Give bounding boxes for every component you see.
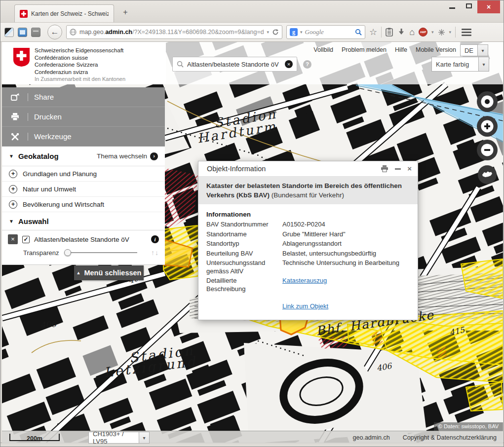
info-value: Belastet, untersuchungsbedürftig — [282, 250, 410, 258]
popup-header[interactable]: Objekt-Information × — [198, 161, 418, 177]
title-bar: Karten der Schweiz - Schweize... + × — [0, 0, 504, 22]
link-mobile-version[interactable]: Mobile Version — [416, 46, 456, 53]
tab-title: Karten der Schweiz - Schweize... — [31, 10, 109, 17]
info-value: Technische Untersuchung in Bearbeitung — [282, 259, 410, 275]
footer-bar: 200m CH1903+ / LV95 ▾ geo.admin.ch Copyr… — [2, 431, 503, 444]
addon-dropdown-icon[interactable]: ▾ — [449, 30, 452, 35]
adblock-dropdown-icon[interactable]: ▾ — [431, 30, 434, 35]
chevron-down-icon: ▾ — [478, 44, 488, 56]
extension-icon-1[interactable] — [4, 28, 14, 37]
printer-icon — [2, 113, 28, 120]
reload-icon[interactable] — [272, 29, 279, 36]
share-icon — [2, 93, 28, 101]
browser-tab[interactable]: Karten der Schweiz - Schweize... — [14, 4, 114, 22]
scale-bar: 200m — [9, 434, 60, 441]
geolocate-button[interactable] — [476, 91, 498, 112]
auswahl-section-header[interactable]: ▼ Auswahl — [2, 212, 165, 230]
window-maximize-button[interactable] — [461, 0, 477, 11]
transparency-label: Transparenz — [23, 249, 59, 257]
bookmark-star-icon[interactable]: ☆ — [369, 28, 377, 37]
remove-layer-button[interactable]: × — [8, 234, 18, 244]
sidebar-item-werkzeuge[interactable]: Werkzeuge — [2, 127, 165, 147]
category-grundlagen-und-planung[interactable]: + Grundlagen und Planung — [2, 166, 165, 182]
search-input[interactable] — [187, 61, 281, 68]
downloads-icon[interactable] — [397, 28, 405, 36]
copyright-link[interactable]: Copyright & Datenschutzerklärung — [403, 434, 497, 441]
slider-knob[interactable] — [64, 249, 71, 256]
extension-icon-3[interactable] — [31, 28, 40, 37]
map-style-select[interactable]: Karte farbig ▾ — [431, 57, 489, 72]
bookmarks-panel-icon[interactable] — [386, 28, 393, 37]
close-icon: × — [487, 3, 491, 11]
sidebar: Share Drucken Werkzeuge ▼ Geokatalog — [2, 87, 165, 265]
back-button[interactable]: ← — [47, 25, 62, 39]
adblock-icon[interactable]: ABP — [419, 28, 427, 37]
clear-search-icon[interactable]: × — [285, 60, 293, 68]
info-label: Detaillierte Beschreibung — [206, 277, 275, 293]
window-minimize-button[interactable] — [444, 0, 461, 11]
default-extent-button[interactable] — [476, 164, 498, 186]
brand-line: Confederaziun svizra — [35, 69, 123, 76]
link-zum-objekt-link[interactable]: Link zum Objekt — [282, 302, 328, 310]
brand-line: Confédération suisse — [35, 54, 123, 62]
extension-icon-2[interactable] — [18, 28, 27, 37]
site-header: Schweizerische Eidgenossenschaft Confédé… — [2, 42, 503, 84]
web-search-box[interactable]: g ▾ Google — [286, 25, 365, 39]
zoom-in-button[interactable] — [476, 115, 498, 137]
popup-title: Objekt-Information — [207, 165, 266, 173]
search-help-button[interactable]: ? — [303, 60, 311, 69]
link-problem-melden[interactable]: Problem melden — [342, 46, 387, 53]
addon-icon[interactable] — [438, 29, 445, 36]
category-bevoelkerung-und-wirtschaft[interactable]: + Bevölkerung und Wirtschaft — [2, 197, 165, 212]
geokatalog-label: Geokatalog — [18, 152, 59, 160]
url-bar[interactable]: map.geo.admin.ch/?X=249138.11&Y=680698.2… — [66, 25, 282, 39]
search-placeholder: Google — [305, 28, 352, 36]
map-search-field[interactable]: × — [172, 57, 297, 72]
new-tab-button[interactable]: + — [119, 7, 132, 18]
print-icon[interactable] — [381, 165, 388, 172]
browser-window: Karten der Schweiz - Schweize... + × ← m… — [0, 0, 504, 447]
info-label: BAV Standortnummer — [206, 221, 275, 229]
back-arrow-icon: ← — [51, 27, 59, 37]
layer-order-arrows[interactable]: ↑↓ — [151, 249, 159, 257]
projection-select[interactable]: CH1903+ / LV95 ▾ — [88, 432, 150, 444]
info-label: Standortname — [206, 230, 275, 239]
active-layer-row: × ✓ Altlasten/belastete Standorte öV i T… — [2, 230, 165, 264]
menu-hamburger-icon[interactable] — [462, 29, 471, 36]
url-dropdown-icon[interactable]: ▾ — [267, 30, 269, 35]
category-natur-und-umwelt[interactable]: + Natur und Umwelt — [2, 182, 165, 197]
layer-info-icon[interactable]: i — [151, 235, 159, 243]
home-icon[interactable]: ⌂ — [409, 28, 415, 37]
geoadmin-link[interactable]: geo.admin.ch — [353, 434, 390, 441]
chevron-down-icon: ▼ — [9, 153, 14, 159]
brand-line: Schweizerische Eidgenossenschaft — [35, 47, 123, 54]
link-vollbild[interactable]: Vollbild — [313, 46, 333, 53]
close-popup-icon[interactable]: × — [407, 165, 412, 172]
auswahl-label: Auswahl — [18, 217, 49, 225]
theme-switch-link[interactable]: Thema wechseln › — [97, 152, 158, 160]
globe-icon — [70, 29, 77, 36]
layer-description: Kataster der belasteten Standorte im Ber… — [198, 177, 418, 204]
transparency-slider[interactable] — [64, 249, 137, 256]
brand-subline: In Zusammenarbeit mit den Kantonen — [35, 76, 125, 82]
google-engine-icon[interactable]: g — [290, 28, 298, 36]
sidebar-item-share[interactable]: Share — [2, 87, 165, 107]
plus-circle-icon: + — [9, 200, 17, 209]
url-text: map.geo.admin.ch/?X=249138.11&Y=680698.2… — [79, 29, 264, 36]
layer-checkbox[interactable]: ✓ — [22, 236, 30, 243]
engine-dropdown-icon[interactable]: ▾ — [300, 30, 303, 35]
page-content: Stadion Hardturm Bhf. Hardbrücke Stadion… — [2, 42, 503, 444]
layer-name: Altlasten/belastete Standorte öV — [34, 236, 129, 243]
geokatalog-section-header[interactable]: ▼ Geokatalog Thema wechseln › — [2, 147, 165, 166]
window-close-button[interactable]: × — [477, 0, 500, 13]
magnifier-icon[interactable] — [355, 29, 362, 36]
link-hilfe[interactable]: Hilfe — [395, 46, 407, 53]
brand-line: Confederazione Svizzera — [35, 61, 123, 69]
minimize-popup-icon[interactable] — [395, 168, 401, 170]
zoom-out-button[interactable] — [476, 139, 498, 161]
katasterauszug-link[interactable]: Katasterauszug — [282, 277, 327, 284]
chevron-down-icon: ▾ — [139, 432, 150, 444]
close-menu-button[interactable]: ▲ Menü schliessen — [74, 265, 144, 280]
language-select[interactable]: DE ▾ — [460, 44, 488, 56]
sidebar-item-drucken[interactable]: Drucken — [2, 107, 165, 127]
